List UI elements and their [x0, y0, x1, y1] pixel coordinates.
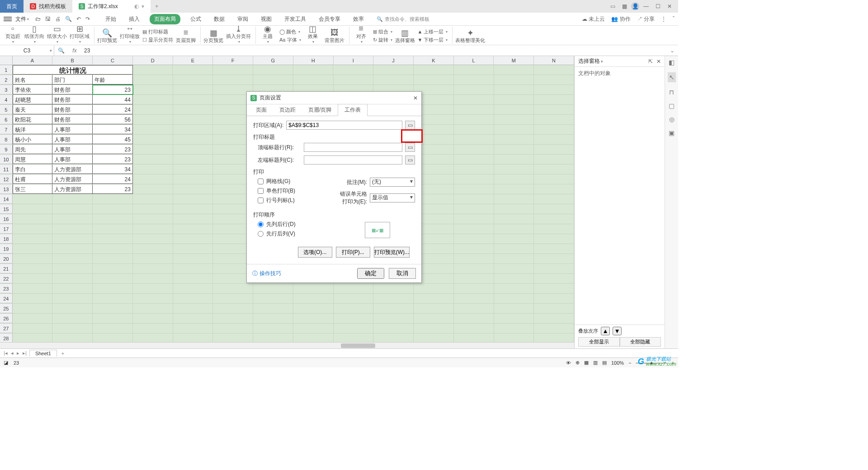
menu-toggle-icon[interactable]	[4, 17, 12, 21]
tab-insert[interactable]: 插入	[126, 14, 142, 24]
row-header[interactable]: 8	[0, 135, 13, 144]
status-icon[interactable]: ◪	[4, 360, 8, 366]
col-header[interactable]: L	[454, 56, 494, 65]
hide-all-button[interactable]: 全部隐藏	[620, 337, 661, 347]
row-header[interactable]: 6	[0, 115, 13, 124]
row-header[interactable]: 10	[0, 155, 13, 164]
tab-developer[interactable]: 开发工具	[282, 14, 309, 24]
more-icon[interactable]: ⋮	[661, 16, 666, 22]
view-normal-icon[interactable]: ▦	[584, 360, 589, 366]
data-cell[interactable]: 人力资源部	[52, 174, 93, 184]
row-header[interactable]: 5	[0, 105, 13, 114]
data-cell[interactable]: 人事部	[52, 135, 93, 144]
order-across-radio[interactable]: 先行后列(V)	[258, 230, 333, 238]
data-cell[interactable]: 23	[93, 145, 133, 154]
row-header[interactable]: 23	[0, 284, 13, 293]
title-cell[interactable]: 统计情况	[13, 65, 133, 75]
rail-icon-5[interactable]: ◎	[669, 116, 675, 123]
tab-efficiency[interactable]: 效率	[350, 14, 367, 24]
row-header[interactable]: 21	[0, 264, 13, 273]
data-cell[interactable]: 44	[93, 95, 133, 104]
sheet-last-icon[interactable]: ▸|	[22, 350, 28, 356]
col-header[interactable]: A	[13, 56, 53, 65]
data-cell[interactable]: 杜甫	[13, 174, 53, 184]
move-down-button[interactable]: ▼	[613, 327, 622, 335]
font-button[interactable]: Aa 字体	[279, 36, 301, 44]
row-header[interactable]: 20	[0, 254, 13, 263]
data-cell[interactable]: 23	[93, 155, 133, 164]
dialog-close-icon[interactable]: ✕	[413, 95, 418, 101]
group-button[interactable]: ⊞ 组合	[373, 28, 392, 36]
bring-forward-button[interactable]: ▲ 上移一层	[418, 28, 448, 36]
data-cell[interactable]: 财务部	[52, 115, 93, 124]
add-sheet-icon[interactable]: +	[59, 351, 67, 356]
row-header[interactable]: 17	[0, 224, 13, 234]
dialog-tab-sheet[interactable]: 工作表	[338, 104, 368, 116]
send-backward-button[interactable]: ▼ 下移一层	[418, 36, 448, 44]
margins-button[interactable]: ▫页边距	[4, 24, 22, 44]
col-header[interactable]: I	[334, 56, 374, 65]
print-area-ref-icon[interactable]: ▭	[405, 121, 415, 130]
row-header[interactable]: 22	[0, 274, 13, 283]
row-header[interactable]: 25	[0, 304, 13, 313]
orientation-button[interactable]: ▯纸张方向	[24, 24, 44, 44]
share-button[interactable]: ↗ 分享	[637, 15, 655, 23]
rail-icon-1[interactable]: ◧	[669, 59, 675, 66]
data-cell[interactable]: 财务部	[52, 95, 93, 104]
header-cell[interactable]: 姓名	[13, 75, 53, 85]
name-box[interactable]: C3	[0, 45, 54, 56]
sheet-prev-icon[interactable]: ◂	[10, 350, 14, 356]
layout-icon[interactable]: ▭	[608, 1, 618, 11]
cloud-status[interactable]: ☁ 未上云	[582, 15, 605, 23]
left-cols-input[interactable]	[304, 155, 402, 164]
preview-icon[interactable]: 🔍	[65, 16, 72, 22]
data-cell[interactable]: 34	[93, 164, 133, 174]
tab-home[interactable]: 首页	[0, 0, 24, 13]
data-cell[interactable]: 23	[93, 184, 133, 194]
row-header[interactable]: 26	[0, 314, 13, 323]
view-page-icon[interactable]: ▥	[593, 360, 598, 366]
zoom-value[interactable]: 100%	[611, 360, 624, 366]
data-cell[interactable]: 人事部	[52, 125, 93, 134]
col-header[interactable]: N	[534, 56, 574, 65]
data-cell[interactable]: 财务部	[52, 85, 93, 94]
move-up-button[interactable]: ▲	[601, 327, 610, 335]
data-cell[interactable]: 人事部	[52, 145, 93, 154]
tab-menu-icon[interactable]: ▾	[142, 3, 144, 9]
pin-icon[interactable]: ⇱	[648, 58, 653, 65]
row-header[interactable]: 19	[0, 244, 13, 254]
row-header[interactable]: 13	[0, 184, 13, 194]
row-header[interactable]: 18	[0, 234, 13, 244]
theme-button[interactable]: ◉主题	[259, 24, 277, 44]
data-cell[interactable]: 李依依	[13, 85, 53, 94]
sheet-tab[interactable]: Sheet1	[29, 350, 57, 357]
row-header[interactable]: 7	[0, 125, 13, 134]
beautify-button[interactable]: ✦表格整理美化	[455, 28, 485, 44]
file-menu[interactable]: 文件▾	[15, 15, 29, 23]
data-cell[interactable]: 李白	[13, 164, 53, 174]
ok-button[interactable]: 确定	[357, 268, 384, 279]
collaborate-button[interactable]: 👥 协作	[611, 15, 630, 23]
data-cell[interactable]: 财务部	[52, 105, 93, 114]
view-icon-1[interactable]: 👁	[566, 360, 571, 366]
order-down-radio[interactable]: 先列后行(D)	[258, 221, 333, 228]
view-break-icon[interactable]: ▤	[602, 360, 607, 366]
data-cell[interactable]: 34	[93, 125, 133, 134]
print-icon[interactable]: 🖨	[55, 16, 61, 22]
top-rows-ref-icon[interactable]: ▭	[405, 143, 415, 152]
show-breaks-checkbox[interactable]: ☐ 显示分页符	[142, 36, 173, 44]
col-header[interactable]: M	[494, 56, 534, 65]
data-cell[interactable]: 人力资源部	[52, 164, 93, 174]
print-area-input[interactable]	[286, 121, 402, 130]
dialog-tab-margins[interactable]: 页边距	[273, 104, 302, 116]
view-icon-2[interactable]: ⊕	[576, 360, 580, 366]
print-titles-button[interactable]: ▤ 打印标题	[142, 28, 173, 36]
col-header[interactable]: D	[133, 56, 173, 65]
row-header[interactable]: 24	[0, 294, 13, 303]
fx-icon[interactable]: 🔍	[54, 47, 68, 54]
col-header[interactable]: H	[293, 56, 334, 65]
align-button[interactable]: ≡对齐	[352, 24, 370, 44]
break-preview-button[interactable]: ▦分页预览	[203, 28, 223, 44]
papersize-button[interactable]: ▭纸张大小	[47, 24, 67, 44]
col-header[interactable]: F	[213, 56, 253, 65]
